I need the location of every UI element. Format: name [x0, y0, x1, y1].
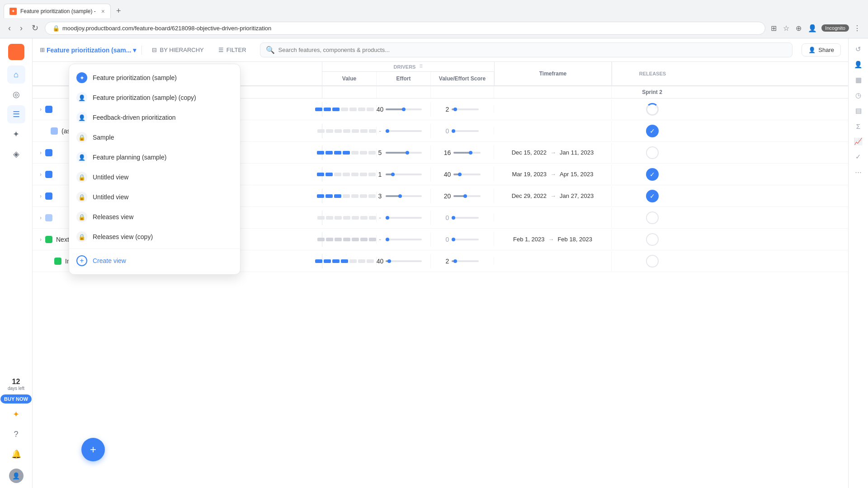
releases-cell: ✓	[611, 186, 693, 206]
score-cell: 2	[430, 102, 494, 117]
dropdown-item-releases[interactable]: 🔒 Releases view	[69, 207, 240, 227]
bar-3	[334, 194, 341, 198]
dropdown-item-releases-copy[interactable]: 🔒 Releases view (copy)	[69, 227, 240, 247]
timeframe-cell	[494, 214, 611, 221]
new-tab-button[interactable]: +	[113, 5, 125, 18]
share-button[interactable]: 👤 Share	[802, 43, 841, 56]
sidebar-item-sparkle[interactable]: ✦	[7, 405, 25, 423]
right-icon-refresh[interactable]: ↺	[851, 42, 866, 56]
bar-5	[351, 151, 359, 155]
bar-6	[360, 216, 368, 220]
slider-dot	[452, 238, 455, 241]
bar-7	[369, 238, 376, 241]
releases-cell: ✓	[611, 121, 693, 141]
slider-dot	[386, 129, 389, 133]
back-button[interactable]: ‹	[5, 22, 14, 35]
bar-6	[358, 259, 365, 263]
score-slider	[452, 260, 479, 262]
hierarchy-button[interactable]: ⊟ BY HIERARCHY	[147, 44, 208, 56]
slider-fill	[453, 152, 470, 154]
tab-close-button[interactable]: ×	[101, 8, 105, 15]
fab-button[interactable]: +	[81, 438, 105, 461]
timeframe-start: Mar 19, 2023	[512, 171, 547, 178]
bar-1	[317, 129, 325, 133]
score-number: 2	[446, 258, 449, 265]
release-empty-icon	[646, 211, 659, 224]
filter-button[interactable]: ☰ FILTER	[214, 44, 251, 56]
sidebar-item-home[interactable]: ⌂	[7, 66, 25, 84]
app-logo	[8, 44, 24, 60]
right-icon-dots[interactable]: ⋯	[851, 165, 866, 179]
right-icon-sigma[interactable]: Σ	[851, 119, 866, 133]
menu-button[interactable]: ⋮	[852, 22, 863, 34]
bar-1	[317, 151, 324, 155]
slider-fill	[386, 152, 407, 154]
score-slider	[452, 108, 479, 110]
dropdown-item-fp-sample[interactable]: ✦ Feature prioritization (sample)	[69, 68, 240, 88]
reload-button[interactable]: ↻	[29, 21, 41, 35]
drivers-sub-headers: Value Effort Value/Effort Score	[322, 72, 494, 85]
cast-button[interactable]: ⊞	[769, 22, 778, 34]
lock-icon: 🔒	[76, 192, 87, 202]
bar-3	[335, 129, 342, 133]
dropdown-item-label: Untitled view	[93, 174, 128, 181]
create-view-item[interactable]: + Create view	[69, 251, 240, 271]
bar-6	[358, 108, 365, 111]
dropdown-item-fp-copy[interactable]: 👤 Feature prioritization (sample) (copy)	[69, 88, 240, 108]
sidebar-item-help[interactable]: ?	[7, 425, 25, 443]
bookmark-button[interactable]: ☆	[781, 22, 791, 34]
user-icon: 👤	[76, 152, 87, 163]
score-number: 16	[444, 149, 451, 156]
sprint2-col-header: Sprint 2	[642, 89, 662, 95]
sidebar-item-notifications[interactable]: 🔔	[7, 445, 25, 463]
effort-slider	[386, 130, 422, 132]
dropdown-item-sample[interactable]: 🔒 Sample	[69, 127, 240, 147]
board-name-dropdown[interactable]: ⊞ Feature prioritization (sam... ▾	[40, 47, 136, 54]
right-icon-table[interactable]: ▤	[851, 103, 866, 118]
search-input[interactable]	[278, 47, 787, 53]
sidebar-item-features[interactable]: ☰	[7, 105, 25, 123]
hierarchy-icon: ⊟	[152, 47, 157, 53]
profile-button[interactable]: 👤	[806, 22, 819, 34]
right-icon-chart[interactable]: 📈	[851, 134, 866, 149]
releases-cell	[611, 208, 693, 228]
timeframe-arrow-icon: →	[548, 171, 558, 178]
slider-dot	[458, 173, 462, 176]
days-left: 12 days left	[8, 378, 24, 391]
bar-7	[367, 108, 374, 111]
release-check-icon: ✓	[646, 125, 659, 137]
search-box[interactable]: 🔍	[260, 42, 793, 57]
score-number: 0	[446, 127, 449, 135]
timeframe-cell	[494, 127, 611, 135]
right-icon-user[interactable]: 👤	[851, 57, 866, 72]
forward-button[interactable]: ›	[17, 22, 25, 35]
active-tab[interactable]: Feature prioritization (sample) - ×	[4, 4, 111, 18]
releases-section-label: RELEASES	[639, 71, 666, 76]
releases-cell	[611, 143, 693, 163]
incognito-badge: Incognito	[821, 24, 849, 32]
address-bar[interactable]: 🔒 moodjoy.productboard.com/feature-board…	[45, 22, 765, 35]
extensions-button[interactable]: ⊕	[794, 22, 803, 34]
right-icon-clock[interactable]: ◷	[851, 88, 866, 103]
sidebar-item-insights[interactable]: ◈	[7, 145, 25, 163]
dropdown-item-untitled2[interactable]: 🔒 Untitled view	[69, 187, 240, 207]
sidebar-item-search[interactable]: ◎	[7, 85, 25, 103]
board-name-text: Feature prioritization (sam...	[47, 47, 131, 54]
buy-now-button[interactable]: BUY NOW	[0, 394, 32, 404]
sidebar-item-objectives[interactable]: ✦	[7, 125, 25, 143]
score-number: 0	[446, 236, 449, 243]
slider-dot	[463, 194, 467, 198]
right-icon-grid[interactable]: ▦	[851, 73, 866, 87]
score-cell: 0	[430, 211, 494, 225]
dropdown-item-untitled1[interactable]: 🔒 Untitled view	[69, 167, 240, 187]
hierarchy-label: BY HIERARCHY	[160, 47, 203, 53]
bar-2	[326, 216, 333, 220]
dropdown-item-fp-plan[interactable]: 👤 Feature planning (sample)	[69, 147, 240, 167]
effort-cell	[376, 105, 430, 114]
bar-5	[352, 129, 359, 133]
right-icon-check[interactable]: ✓	[851, 150, 866, 164]
user-avatar[interactable]: 👤	[9, 469, 24, 483]
bar-3	[334, 173, 341, 176]
dropdown-item-feedback[interactable]: 👤 Feedback-driven prioritization	[69, 108, 240, 127]
slider-dot	[406, 151, 409, 155]
